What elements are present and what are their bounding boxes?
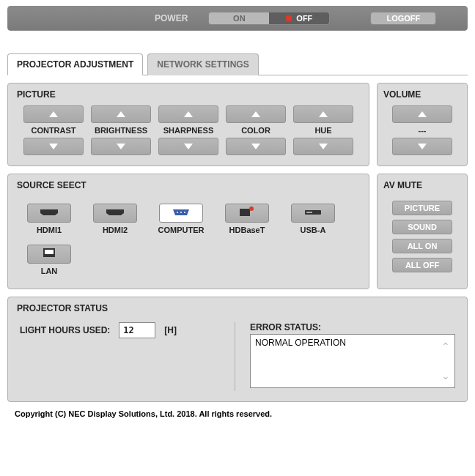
power-on-button[interactable]: ON	[209, 12, 269, 24]
svg-rect-20	[45, 250, 54, 254]
av-mute-panel: AV MUTE PICTURESOUNDALL ONALL OFF	[377, 174, 468, 289]
source-usba-button[interactable]	[291, 204, 335, 223]
svg-marker-10	[418, 111, 427, 117]
source-hdmi1-button[interactable]	[27, 204, 71, 223]
error-status-text: NORMAL OPERATION	[255, 338, 346, 348]
light-hours-value: 12	[119, 322, 155, 338]
volume-value: ---	[419, 126, 427, 135]
vga-icon	[171, 207, 191, 220]
error-status-label: ERROR STATUS:	[250, 322, 455, 332]
power-label: POWER	[155, 13, 188, 23]
top-bar: POWER ON OFF LOGOFF	[7, 6, 468, 31]
sharpness-down-button[interactable]	[158, 138, 218, 155]
sharpness-up-button[interactable]	[158, 105, 218, 123]
svg-marker-0	[49, 111, 58, 117]
hue-up-button[interactable]	[293, 105, 353, 123]
source-hdbaset-button[interactable]	[225, 204, 269, 223]
source-hdmi1-label: HDMI1	[37, 226, 62, 234]
source-hdbaset-label: HDBaseT	[229, 226, 265, 234]
volume-down-button[interactable]	[392, 138, 452, 155]
hue-label: HUE	[314, 126, 331, 135]
svg-marker-6	[251, 111, 260, 117]
power-toggle: ON OFF	[208, 12, 330, 25]
svg-marker-3	[117, 144, 125, 149]
svg-marker-2	[117, 111, 125, 117]
error-scroll[interactable]: ⌃ ⌄	[441, 335, 452, 387]
power-off-indicator-icon	[286, 15, 292, 21]
usb-icon	[303, 207, 323, 220]
color-down-button[interactable]	[226, 138, 286, 155]
projector-status-title: PROJECTOR STATUS	[17, 303, 458, 313]
source-hdmi2-label: HDMI2	[103, 226, 128, 234]
hdmi-icon	[105, 207, 125, 220]
light-hours-label: LIGHT HOURS USED:	[20, 325, 110, 335]
projector-status-panel: PROJECTOR STATUS LIGHT HOURS USED: 12 [H…	[7, 297, 468, 402]
volume-title: VOLUME	[383, 89, 461, 100]
svg-marker-1	[49, 144, 58, 149]
color-label: COLOR	[241, 126, 270, 135]
picture-title: PICTURE	[17, 89, 360, 100]
status-divider	[235, 322, 235, 391]
power-off-button[interactable]: OFF	[269, 12, 329, 24]
source-lan-button[interactable]	[27, 245, 71, 264]
volume-up-button[interactable]	[392, 105, 452, 123]
hue-down-button[interactable]	[293, 138, 353, 155]
contrast-up-button[interactable]	[23, 105, 84, 123]
svg-point-16	[249, 207, 254, 211]
logoff-button[interactable]: LOGOFF	[370, 12, 436, 25]
contrast-down-button[interactable]	[23, 138, 84, 155]
svg-point-13	[180, 212, 182, 213]
svg-marker-7	[251, 144, 260, 149]
source-select-panel: SOURCE SEECT HDMI1HDMI2COMPUTERHDBaseTUS…	[7, 174, 369, 289]
tab-strip: PROJECTOR ADJUSTMENT NETWORK SETTINGS	[7, 53, 468, 75]
volume-panel: VOLUME ---	[377, 83, 468, 166]
avmute-picture-button[interactable]: PICTURE	[392, 201, 452, 215]
tab-network-settings[interactable]: NETWORK SETTINGS	[147, 53, 258, 75]
scroll-up-icon[interactable]: ⌃	[441, 341, 452, 352]
footer-copyright: Copyright (C) NEC Display Solutions, Ltd…	[15, 409, 460, 418]
svg-marker-11	[418, 144, 427, 149]
avmute-sound-button[interactable]: SOUND	[392, 220, 452, 234]
error-status-box: NORMAL OPERATION ⌃ ⌄	[250, 334, 455, 388]
svg-rect-15	[240, 209, 250, 216]
source-select-title: SOURCE SEECT	[17, 180, 360, 190]
tab-projector-adjustment[interactable]: PROJECTOR ADJUSTMENT	[7, 53, 143, 75]
light-hours-unit: [H]	[164, 325, 177, 335]
lan-icon	[42, 247, 56, 261]
svg-point-12	[177, 212, 178, 213]
svg-rect-21	[47, 254, 51, 256]
picture-panel: PICTURE CONTRASTBRIGHTNESSSHARPNESSCOLOR…	[7, 83, 369, 166]
svg-marker-4	[184, 111, 193, 117]
color-up-button[interactable]	[226, 105, 286, 123]
svg-marker-8	[319, 111, 328, 117]
hdbaset-icon	[238, 206, 256, 220]
brightness-up-button[interactable]	[91, 105, 151, 123]
svg-marker-5	[184, 144, 193, 149]
source-hdmi2-button[interactable]	[93, 204, 137, 223]
source-lan-label: LAN	[41, 267, 58, 275]
brightness-label: BRIGHTNESS	[95, 126, 147, 135]
sharpness-label: SHARPNESS	[163, 126, 213, 135]
source-computer-button[interactable]	[159, 204, 203, 223]
avmute-all-on-button[interactable]: ALL ON	[392, 239, 452, 253]
av-mute-title: AV MUTE	[383, 180, 461, 190]
hdmi-icon	[39, 207, 59, 220]
avmute-all-off-button[interactable]: ALL OFF	[392, 258, 452, 272]
scroll-down-icon[interactable]: ⌄	[441, 370, 452, 382]
svg-rect-18	[306, 212, 312, 213]
source-usba-label: USB-A	[301, 226, 326, 234]
svg-marker-9	[319, 144, 328, 149]
source-computer-label: COMPUTER	[158, 226, 205, 234]
contrast-label: CONTRAST	[31, 126, 76, 135]
brightness-down-button[interactable]	[91, 138, 151, 155]
svg-point-14	[184, 212, 185, 213]
